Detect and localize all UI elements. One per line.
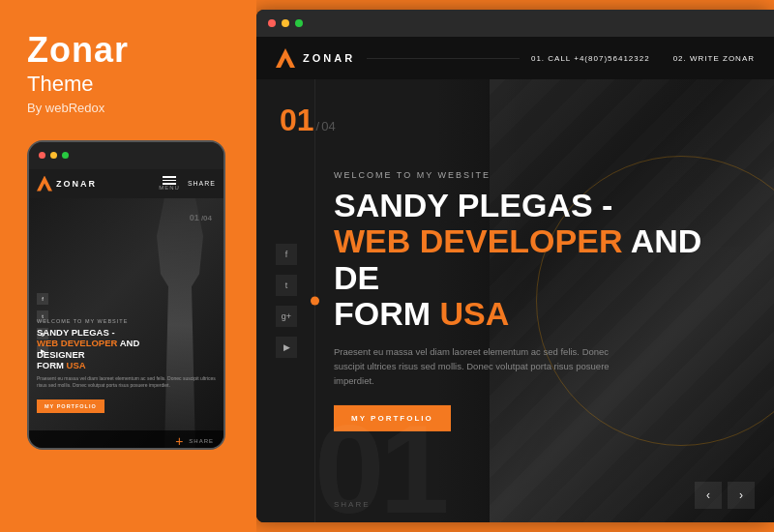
hero-share-label: SHARE <box>334 500 371 509</box>
mobile-plus-icon: + <box>175 433 183 449</box>
mobile-bottom-bar: + SHARE <box>29 430 223 450</box>
mobile-content: 01 /04 f t g ▶ WELCOME TO MY WEBSITE SAN… <box>29 198 223 450</box>
desktop-dot-green <box>295 19 303 27</box>
desktop-contact1-value: +4(807)56412322 <box>574 54 649 63</box>
mobile-headline-orange: WEB DEVELOPER <box>37 338 117 348</box>
desktop-logo-icon <box>276 48 295 68</box>
hero-slide-sep: / <box>316 119 320 133</box>
brand-by: By webRedox <box>27 101 104 115</box>
mobile-menu-label: MENU <box>159 185 180 191</box>
hero-headline-usa: USA <box>440 295 510 332</box>
hero-left-dot <box>311 297 319 306</box>
mobile-headline-usa: USA <box>67 360 86 370</box>
mobile-slide-sep: /04 <box>199 214 212 222</box>
mobile-mockup: ZONAR MENU SHARE 01 /04 f t g <box>27 140 225 450</box>
desktop-top-bar <box>256 10 774 37</box>
mobile-dot-yellow <box>50 152 57 159</box>
desktop-dot-red <box>268 19 276 27</box>
hero-headline-line1: SANDY PLEGAS - <box>334 187 612 223</box>
left-panel: Zonar Theme By webRedox ZONAR MENU SHARE <box>0 0 256 532</box>
hero-prev-arrow[interactable]: ‹ <box>695 482 722 509</box>
mobile-share-label: SHARE <box>188 180 216 187</box>
hero-slide-current: 01 <box>280 103 314 138</box>
mobile-nav-right: MENU SHARE <box>159 176 216 191</box>
desktop-nav-contacts: 01. CALL +4(807)56412322 02. WRITE ZONAR <box>531 54 755 63</box>
desktop-contact2: 02. WRITE ZONAR <box>673 54 755 63</box>
mobile-top-bar <box>29 142 223 169</box>
mobile-headline-form: FORM <box>37 360 67 370</box>
mobile-headline: SANDY PLEGAS - WEB DEVELOPER AND DESIGNE… <box>37 327 216 371</box>
hero-headline: SANDY PLEGAS - WEB DEVELOPER AND DE FORM… <box>334 188 721 333</box>
mobile-slide-current: 01 <box>190 213 199 222</box>
desktop-contact2-value: ZONAR <box>723 54 755 63</box>
desktop-contact1: 01. CALL +4(807)56412322 <box>531 54 650 63</box>
hero-cta-button[interactable]: MY PORTFOLIO <box>334 405 451 431</box>
desktop-logo: ZONAR <box>276 48 355 68</box>
hero-slide-number: 01 / 04 <box>280 103 336 138</box>
hero-google-icon[interactable]: g+ <box>276 306 297 327</box>
hero-facebook-icon[interactable]: f <box>276 244 297 265</box>
brand-title: Zonar <box>27 31 129 70</box>
hero-twitter-icon[interactable]: t <box>276 275 297 296</box>
hero-slide-total: 04 <box>321 119 335 133</box>
mobile-facebook-icon[interactable]: f <box>37 293 48 305</box>
hero-text-content: WELCOME TO MY WEBSITE SANDY PLEGAS - WEB… <box>334 170 721 431</box>
brand-subtitle: Theme <box>27 72 93 97</box>
mobile-text-content: WELCOME TO MY WEBSITE SANDY PLEGAS - WEB… <box>37 318 216 413</box>
mobile-headline-designer: DESIGNER <box>37 349 85 360</box>
desktop-hero: 01 / 04 f t g+ ▶ WELCOME TO MY WEBSITE S… <box>256 79 774 522</box>
hero-social-icons: f t g+ ▶ <box>276 244 297 358</box>
mobile-headline-and: AND <box>120 338 140 348</box>
mobile-logo: ZONAR <box>37 176 97 192</box>
mobile-bottom-share: SHARE <box>189 438 214 444</box>
hero-body-text: Praesent eu massa vel diam laoreet eleme… <box>334 344 624 389</box>
mobile-nav: ZONAR MENU SHARE <box>29 169 223 198</box>
desktop-nav-line <box>367 58 520 59</box>
hero-next-arrow[interactable]: › <box>728 482 755 509</box>
mobile-body-text: Praesent eu massa vel diam laoreet eleme… <box>37 375 216 389</box>
hero-headline-orange: WEB DEVELOPER <box>334 222 622 259</box>
desktop-mockup: ZONAR 01. CALL +4(807)56412322 02. WRITE… <box>256 10 774 522</box>
hero-welcome: WELCOME TO MY WEBSITE <box>334 170 721 180</box>
mobile-logo-icon <box>37 176 52 192</box>
desktop-contact2-label: 02. WRITE <box>673 54 720 63</box>
mobile-logo-text: ZONAR <box>56 179 97 189</box>
desktop-logo-text: ZONAR <box>303 52 355 64</box>
mobile-headline-line1: SANDY PLEGAS - <box>37 327 115 338</box>
hero-youtube-icon[interactable]: ▶ <box>276 337 297 358</box>
mobile-dot-green <box>62 152 69 159</box>
mobile-slide-num: 01 /04 <box>190 208 212 223</box>
desktop-dot-yellow <box>282 19 289 27</box>
mobile-cta-button[interactable]: MY PORTFOLIO <box>37 399 104 413</box>
desktop-contact1-label: 01. CALL <box>531 54 571 63</box>
mobile-dot-red <box>39 152 45 159</box>
mobile-welcome: WELCOME TO MY WEBSITE <box>37 318 216 324</box>
hero-nav-arrows: ‹ › <box>695 482 755 509</box>
mobile-hamburger-icon[interactable] <box>159 176 180 185</box>
desktop-nav: ZONAR 01. CALL +4(807)56412322 02. WRITE… <box>256 37 774 79</box>
hero-headline-form: FORM <box>334 295 440 332</box>
mobile-hamburger-wrap: MENU <box>159 176 180 191</box>
